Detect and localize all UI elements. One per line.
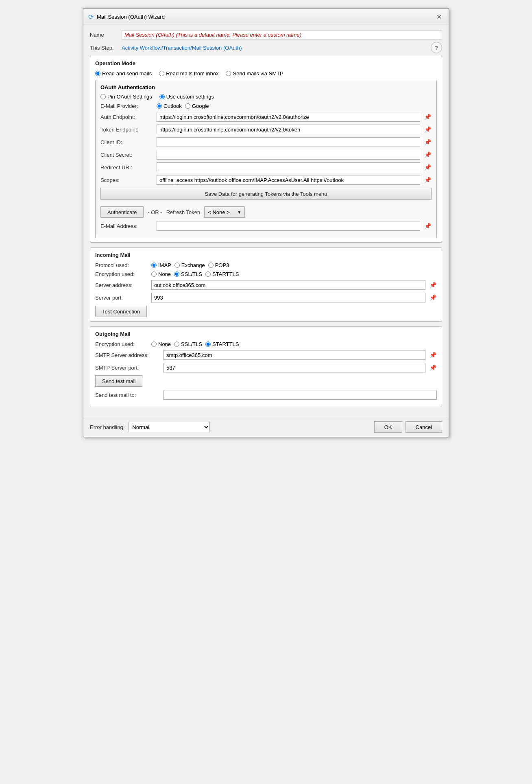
email-provider-row: E-Mail Provider: Outlook Google [100, 103, 432, 109]
send-test-to-input[interactable] [164, 390, 437, 400]
incoming-encryption-label: Encryption used: [95, 271, 148, 277]
radio-ssl-tls-outgoing[interactable]: SSL/TLS [174, 341, 202, 347]
scopes-pin-icon[interactable]: 📌 [423, 176, 432, 184]
help-button[interactable]: ? [431, 42, 442, 53]
radio-starttls-incoming[interactable]: STARTTLS [205, 271, 239, 277]
operation-mode-section: Operation Mode Read and send mails Read … [90, 56, 442, 243]
auth-endpoint-row: Auth Endpoint: 📌 [100, 112, 432, 122]
cancel-button[interactable]: Cancel [406, 421, 442, 433]
smtp-server-label: SMTP Server address: [95, 352, 160, 358]
name-label: Name [90, 32, 118, 38]
smtp-port-pin-icon[interactable]: 📌 [429, 364, 437, 372]
auth-endpoint-label: Auth Endpoint: [100, 114, 153, 120]
dialog-footer: Error handling: Normal Raise Error Ignor… [83, 417, 449, 437]
send-test-mail-row: Send test mail [95, 375, 437, 387]
smtp-server-input[interactable] [164, 350, 425, 360]
token-endpoint-row: Token Endpoint: 📌 [100, 125, 432, 134]
radio-pin-oauth[interactable]: Pin OAuth Settings [100, 94, 152, 100]
token-endpoint-label: Token Endpoint: [100, 127, 153, 133]
radio-read-send[interactable]: Read and send mails [95, 70, 152, 77]
radio-pop3[interactable]: POP3 [208, 262, 229, 268]
refresh-token-label: Refresh Token [166, 209, 201, 215]
send-test-to-row: Send test mail to: [95, 390, 437, 400]
step-row: This Step: Activity Workflow/Transaction… [90, 42, 442, 53]
oauth-title: OAuth Authentication [100, 84, 432, 90]
client-secret-row: Client Secret: 📌 [100, 150, 432, 160]
redirect-uri-row: Redirect URI: 📌 [100, 162, 432, 172]
radio-custom-settings[interactable]: Use custom settings [159, 94, 214, 100]
outgoing-mail-section: Outgoing Mail Encryption used: None SSL/… [90, 326, 442, 407]
send-test-mail-button[interactable]: Send test mail [95, 375, 142, 387]
footer-buttons: OK Cancel [374, 421, 442, 433]
radio-send-smtp[interactable]: Send mails via SMTP [226, 70, 283, 77]
smtp-port-label: SMTP Server port: [95, 365, 160, 371]
incoming-mail-section: Incoming Mail Protocol used: IMAP Exchan… [90, 247, 442, 322]
incoming-mail-title: Incoming Mail [95, 252, 437, 258]
error-handling-select[interactable]: Normal Raise Error Ignore [129, 422, 210, 432]
server-port-pin-icon[interactable]: 📌 [429, 293, 437, 302]
radio-none-incoming[interactable]: None [151, 271, 171, 277]
server-address-input[interactable] [151, 280, 425, 290]
radio-none-outgoing[interactable]: None [151, 341, 171, 347]
smtp-port-row: SMTP Server port: 📌 [95, 363, 437, 372]
radio-read-inbox[interactable]: Read mails from inbox [159, 70, 218, 77]
radio-outlook[interactable]: Outlook [157, 103, 182, 109]
test-connection-button[interactable]: Test Connection [95, 306, 147, 317]
oauth-mode-options: Pin OAuth Settings Use custom settings [100, 94, 432, 100]
protocol-row: Protocol used: IMAP Exchange POP3 [95, 262, 437, 268]
server-port-label: Server port: [95, 295, 148, 301]
outgoing-mail-title: Outgoing Mail [95, 331, 437, 337]
redirect-uri-input[interactable] [157, 162, 420, 172]
smtp-server-row: SMTP Server address: 📌 [95, 350, 437, 360]
client-id-input[interactable] [157, 137, 420, 147]
radio-ssl-tls-incoming[interactable]: SSL/TLS [174, 271, 202, 277]
server-address-label: Server address: [95, 282, 148, 288]
wizard-icon: ⟳ [88, 13, 94, 21]
email-address-row: E-Mail Address: 📌 [100, 221, 432, 231]
title-bar: ⟳ Mail Session (OAuth) Wizard ✕ [83, 9, 449, 25]
email-address-pin-icon[interactable]: 📌 [423, 222, 432, 230]
token-endpoint-input[interactable] [157, 125, 420, 134]
authenticate-button[interactable]: Authenticate [100, 206, 144, 218]
client-id-pin-icon[interactable]: 📌 [423, 138, 432, 146]
scopes-label: Scopes: [100, 177, 153, 183]
outgoing-encryption-label: Encryption used: [95, 341, 148, 347]
server-address-row: Server address: 📌 [95, 280, 437, 290]
none-dropdown-button[interactable]: < None > ▼ [204, 206, 245, 218]
step-link[interactable]: Activity Workflow/Transaction/Mail Sessi… [122, 45, 242, 51]
token-endpoint-pin-icon[interactable]: 📌 [423, 125, 432, 134]
name-value: Mail Session (OAuth) (This is a default … [122, 30, 442, 39]
incoming-encryption-row: Encryption used: None SSL/TLS STARTTLS [95, 271, 437, 277]
radio-starttls-outgoing[interactable]: STARTTLS [205, 341, 239, 347]
redirect-uri-pin-icon[interactable]: 📌 [423, 163, 432, 171]
title-bar-left: ⟳ Mail Session (OAuth) Wizard [88, 13, 165, 21]
auth-endpoint-input[interactable] [157, 112, 420, 122]
auth-action-row: Authenticate - OR - Refresh Token < None… [100, 206, 432, 218]
ok-button[interactable]: OK [374, 421, 402, 433]
radio-google[interactable]: Google [185, 103, 209, 109]
send-test-to-label: Send test mail to: [95, 392, 160, 398]
scopes-row: Scopes: 📌 [100, 175, 432, 185]
client-id-row: Client ID: 📌 [100, 137, 432, 147]
smtp-server-pin-icon[interactable]: 📌 [429, 351, 437, 359]
scopes-input[interactable] [157, 175, 420, 185]
email-address-input[interactable] [157, 221, 420, 231]
save-data-button[interactable]: Save Data for generating Tokens via the … [100, 188, 432, 200]
dialog-body: Name Mail Session (OAuth) (This is a def… [83, 25, 449, 417]
radio-imap[interactable]: IMAP [151, 262, 171, 268]
radio-exchange[interactable]: Exchange [174, 262, 205, 268]
oauth-subsection: OAuth Authentication Pin OAuth Settings … [95, 80, 437, 238]
provider-label: E-Mail Provider: [100, 103, 153, 109]
smtp-port-input[interactable] [164, 363, 425, 372]
test-connection-row: Test Connection [95, 306, 437, 317]
window-title: Mail Session (OAuth) Wizard [97, 14, 165, 20]
close-button[interactable]: ✕ [434, 12, 444, 22]
client-secret-pin-icon[interactable]: 📌 [423, 151, 432, 159]
protocol-label: Protocol used: [95, 262, 148, 268]
server-address-pin-icon[interactable]: 📌 [429, 281, 437, 289]
auth-endpoint-pin-icon[interactable]: 📌 [423, 113, 432, 121]
client-secret-input[interactable] [157, 150, 420, 160]
operation-mode-title: Operation Mode [95, 60, 437, 66]
server-port-input[interactable] [151, 293, 425, 302]
client-id-label: Client ID: [100, 139, 153, 145]
